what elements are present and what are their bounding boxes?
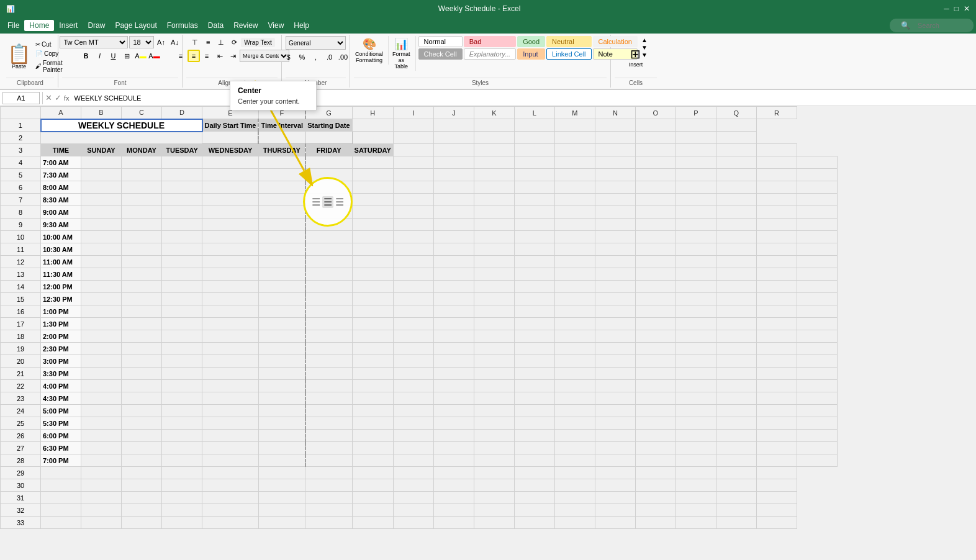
cell-row24-col9[interactable] [474,405,514,417]
cell-row6-col2[interactable] [81,181,122,194]
cell-row29-col4[interactable] [202,467,259,479]
row-header-5[interactable]: 5 [1,169,41,181]
cell-row10-col4[interactable] [162,231,202,243]
cell-row13-col5[interactable] [202,268,259,281]
cell-row23-col8[interactable] [352,392,393,405]
cell-row9-col10[interactable] [514,219,554,231]
row-header-6[interactable]: 6 [1,181,41,194]
cell-row12-col15[interactable] [716,256,756,268]
cell-row18-col3[interactable] [122,330,162,343]
cell-row9-col13[interactable] [635,219,676,231]
cell-row24-col6[interactable] [258,405,305,417]
cell-row33-col15[interactable] [676,517,716,529]
cell-row27-col6[interactable] [258,442,305,454]
cell-row27-col16[interactable] [756,442,797,454]
cell-row8-col8[interactable] [433,206,474,219]
cell-row17-col5[interactable] [202,318,259,330]
cell-row6-col16[interactable] [756,181,797,194]
cell-row24-col8[interactable] [352,405,393,417]
cell-row15-col11[interactable] [554,293,595,305]
row-header-4[interactable]: 4 [1,156,41,169]
cell-row29-col5[interactable] [258,467,305,479]
cell-row20-col4[interactable] [162,355,202,368]
cell-row25-col7[interactable] [305,417,352,430]
cell-row12-col6[interactable] [258,256,305,268]
cell-row4-col16[interactable] [756,156,797,169]
cell-row13-col8[interactable] [433,268,474,281]
cell-row10-col5[interactable] [202,231,259,243]
cell-row17-col8[interactable] [352,318,393,330]
cell-row28-col14[interactable] [676,454,716,467]
cell-row33-col12[interactable] [554,517,595,529]
cell-row10-col8[interactable] [433,231,474,243]
cell-row25-col15[interactable] [716,417,756,430]
cell-time-26[interactable]: 6:00 PM [41,430,81,442]
cell-row22-col12[interactable] [595,380,635,392]
cell-row25-col2[interactable] [81,417,122,430]
cell-row32-col7[interactable] [352,504,393,517]
cell-row17-col14[interactable] [676,318,716,330]
cell-row31-col16[interactable] [716,492,756,504]
cell-row11-col11[interactable] [554,243,595,256]
cell-row33-col16[interactable] [716,517,756,529]
cell-row17-col10[interactable] [514,318,554,330]
cell-row12-col5[interactable] [202,256,259,268]
cell-row25-col5[interactable] [202,417,259,430]
row-header-8[interactable]: 8 [1,206,41,219]
cell-row18-col8[interactable] [352,330,393,343]
cell-row5-col4[interactable] [162,169,202,181]
cell-day-saturday[interactable]: SATURDAY [352,144,393,156]
cell-row31-col1[interactable] [81,492,122,504]
cell-row12-col13[interactable] [635,256,676,268]
menu-page-layout[interactable]: Page Layout [110,20,161,31]
cell-row18-col10[interactable] [514,330,554,343]
cell-row9-col7[interactable] [393,219,433,231]
confirm-formula-icon[interactable]: ✓ [55,93,61,102]
cell-row30-col12[interactable] [554,479,595,492]
cell-row21-col17[interactable] [797,368,837,380]
cell-row26-col8[interactable] [433,430,474,442]
cell-row21-col3[interactable] [122,368,162,380]
cell-row3-col9[interactable] [433,144,474,156]
cell-row28-col6[interactable] [258,454,305,467]
cell-row30-col5[interactable] [258,479,305,492]
cell-row9-col14[interactable] [676,219,716,231]
cell-row27-col12[interactable] [595,442,635,454]
cell-row26-col7[interactable] [393,430,433,442]
col-header-A[interactable]: A [41,107,81,119]
cell-row31-col12[interactable] [554,492,595,504]
cell-row32-col1[interactable] [81,504,122,517]
cell-row3-col12[interactable] [554,144,595,156]
cell-row33-col11[interactable] [514,517,554,529]
cell-row25-col9[interactable] [474,417,514,430]
cell-row32-col10[interactable] [474,504,514,517]
cell-row20-col6[interactable] [258,355,305,368]
cell-row5-col10[interactable] [514,169,554,181]
percent-btn[interactable]: % [296,51,309,63]
row-header-17[interactable]: 17 [1,318,41,330]
cell-time-28[interactable]: 7:00 PM [41,454,81,467]
cell-row8-col8[interactable] [352,206,393,219]
cell-row20-col10[interactable] [514,355,554,368]
cell-row11-col5[interactable] [202,243,259,256]
row-header-19[interactable]: 19 [1,343,41,355]
cell-row12-col14[interactable] [676,256,716,268]
cell-time-22[interactable]: 4:00 PM [41,380,81,392]
cell-time-24[interactable]: 5:00 PM [41,405,81,417]
cell-row12-col12[interactable] [595,256,635,268]
cell-row18-col12[interactable] [595,330,635,343]
cell-row22-col3[interactable] [122,380,162,392]
cell-row30-col10[interactable] [474,479,514,492]
cell-row26-col15[interactable] [716,430,756,442]
cell-row26-col7[interactable] [305,430,352,442]
cell-row5-col3[interactable] [122,169,162,181]
cell-E1[interactable]: Daily Start Time [202,119,259,132]
cell-row19-col11[interactable] [554,343,595,355]
cell-row23-col16[interactable] [756,392,797,405]
cell-row21-col14[interactable] [676,368,716,380]
cell-row10-col9[interactable] [474,231,514,243]
cell-row28-col9[interactable] [474,454,514,467]
cell-row13-col7[interactable] [305,268,352,281]
cell-row11-col7[interactable] [305,243,352,256]
cell-row27-col15[interactable] [716,442,756,454]
